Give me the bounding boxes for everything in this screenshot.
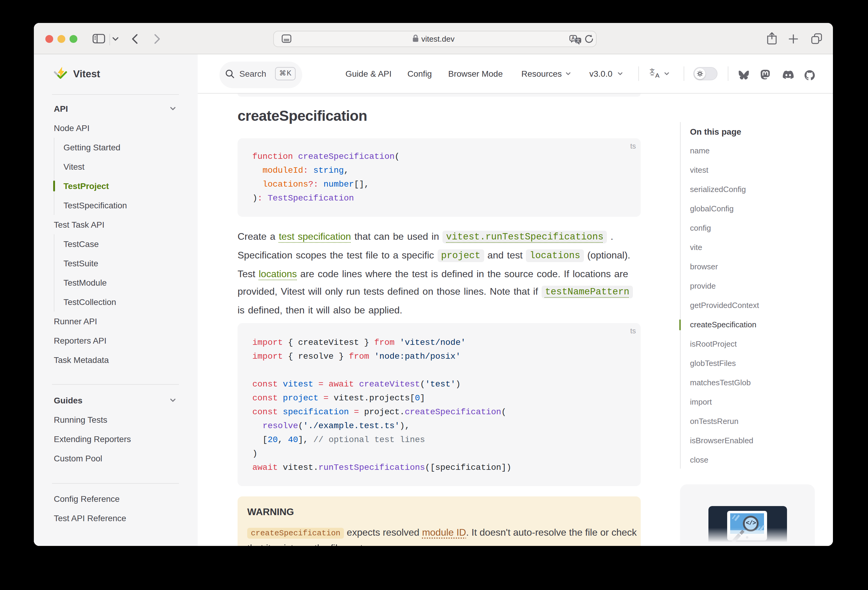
svg-text:A: A [655,72,660,79]
svg-text:文: 文 [576,38,580,43]
svg-text:A: A [571,35,575,41]
svg-text:文: 文 [650,68,655,74]
